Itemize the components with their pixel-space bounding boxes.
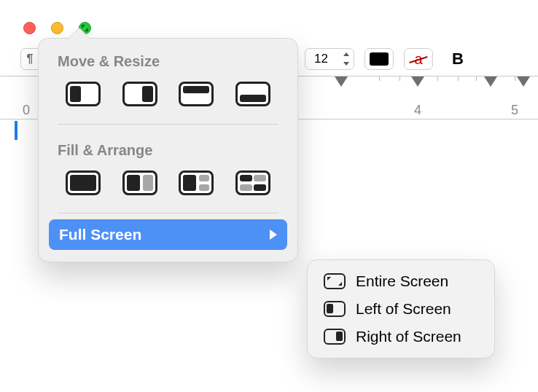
- tile-right-half[interactable]: [112, 77, 168, 111]
- tile-top-half[interactable]: [168, 77, 225, 111]
- ruler-tick: [515, 77, 515, 81]
- submenu-entire-screen[interactable]: Entire Screen: [308, 267, 494, 295]
- strike-char: a: [414, 51, 422, 68]
- entire-screen-icon: [324, 273, 346, 289]
- full-screen-submenu: Entire Screen Left of Screen Right of Sc…: [307, 259, 495, 358]
- ruler-tick: [399, 77, 400, 81]
- section-header-fill-arrange: Fill & Arrange: [39, 128, 297, 166]
- font-size-value: 12: [310, 52, 328, 66]
- left-of-screen-icon: [324, 301, 346, 317]
- full-screen-label: Full Screen: [59, 226, 141, 243]
- submenu-label: Left of Screen: [356, 300, 451, 318]
- right-of-screen-icon: [324, 329, 346, 345]
- ruler-tick: [379, 77, 380, 81]
- strikethrough-button[interactable]: a: [404, 48, 433, 70]
- submenu-left-of-screen[interactable]: Left of Screen: [308, 295, 494, 323]
- ruler-number: 0: [23, 103, 30, 118]
- chevron-updown-icon: [343, 52, 349, 66]
- ruler-tick: [458, 77, 459, 81]
- color-swatch-icon: [370, 52, 389, 66]
- font-size-picker[interactable]: 12: [305, 48, 354, 70]
- close-window-button[interactable]: [23, 22, 36, 34]
- tab-stop-marker[interactable]: [335, 77, 348, 87]
- ruler-number: 5: [511, 103, 518, 118]
- fill-screen[interactable]: [55, 166, 112, 200]
- chevron-right-icon: [270, 230, 277, 240]
- tile-left-half[interactable]: [55, 77, 112, 111]
- arrange-left-and-stacked[interactable]: [168, 166, 225, 200]
- arrange-quarters[interactable]: [225, 166, 281, 200]
- tab-stop-marker[interactable]: [411, 77, 424, 87]
- submenu-right-of-screen[interactable]: Right of Screen: [308, 323, 494, 350]
- tab-stop-marker[interactable]: [517, 77, 530, 87]
- text-color-swatch[interactable]: [364, 48, 394, 70]
- submenu-label: Entire Screen: [356, 273, 448, 290]
- submenu-label: Right of Screen: [356, 328, 461, 345]
- tab-stop-marker[interactable]: [484, 77, 497, 87]
- ruler-tick: [437, 77, 438, 81]
- minimize-window-button[interactable]: [51, 22, 63, 34]
- window-tiling-popover: Move & Resize Fill & Arrange Full Screen: [38, 38, 298, 262]
- full-screen-menu-item[interactable]: Full Screen: [49, 219, 287, 250]
- bold-button[interactable]: B: [443, 48, 472, 70]
- text-cursor: [15, 121, 17, 140]
- bold-char: B: [452, 50, 464, 68]
- tile-bottom-half[interactable]: [225, 77, 281, 111]
- pilcrow-icon: ¶: [27, 52, 34, 66]
- ruler-tick: [476, 77, 477, 81]
- ruler-number: 4: [414, 103, 421, 118]
- arrange-left-primary[interactable]: [112, 166, 168, 200]
